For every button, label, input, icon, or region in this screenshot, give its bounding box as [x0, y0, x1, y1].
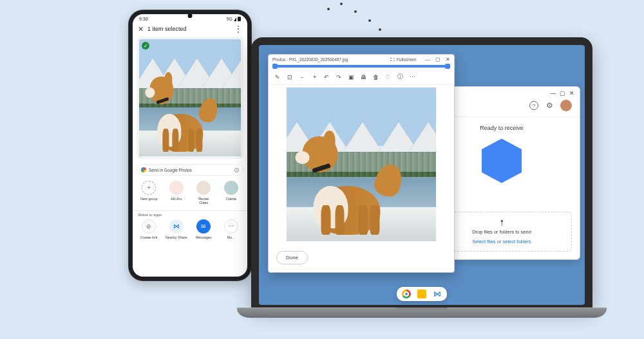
fullscreen-label: Fullscreen: [397, 57, 416, 62]
receive-status: Ready to receive: [480, 125, 524, 131]
app-create-link[interactable]: ⊘ Create link: [137, 219, 162, 239]
zoom-in-icon[interactable]: ＋: [310, 73, 318, 81]
app-label: Messages: [191, 235, 216, 239]
avatar: [169, 181, 184, 195]
more-apps-icon: ⋯: [224, 219, 238, 234]
fullscreen-button[interactable]: ⛶ Fullscreen: [390, 57, 416, 62]
android-phone: 9:30 5G ✕ 1 item selected ⋮ ✓: [129, 10, 251, 280]
close-button[interactable]: ✕: [446, 57, 450, 62]
selected-photo-container: ✓: [137, 37, 243, 159]
contact-item[interactable]: Odette: [219, 181, 244, 205]
photos-viewer-window: Photos - PXL_20220830_202506487.jpg ⛶ Fu…: [268, 54, 455, 273]
desktop: — ▢ ✕ ? ⚙ Ready to receive ⭱ Drop files …: [259, 45, 585, 305]
app-label: Nearby Share: [164, 235, 189, 239]
drop-zone-links: Select files or select folders: [439, 239, 565, 244]
contact-label: Odette: [219, 197, 244, 201]
minimize-button[interactable]: —: [425, 57, 430, 62]
app-label: Create link: [137, 235, 162, 239]
viewer-photo[interactable]: [287, 87, 436, 241]
close-icon[interactable]: ✕: [138, 25, 144, 33]
close-button[interactable]: ✕: [569, 90, 574, 96]
selection-title: 1 item selected: [147, 26, 231, 32]
photo-scrubber[interactable]: [274, 65, 449, 68]
avatar: [224, 181, 238, 195]
nearby-share-taskbar-icon[interactable]: ⋈: [433, 289, 442, 298]
drop-zone-label: Drop files or folders to send: [439, 229, 565, 235]
chrome-icon[interactable]: [402, 289, 411, 298]
send-in-photos-row[interactable]: Send in Google Photos i: [137, 164, 243, 176]
info-icon[interactable]: i: [234, 168, 239, 172]
contacts-row: + New group Aki Aro Renée Claes Odette: [133, 178, 247, 208]
minimize-button[interactable]: —: [550, 90, 556, 96]
selected-checkmark-icon: ✓: [142, 42, 149, 50]
contact-label: Renée Claes: [191, 197, 216, 205]
contact-label: Aki Aro: [164, 197, 189, 201]
edit-icon[interactable]: ✎: [274, 74, 281, 80]
avatar: [196, 181, 211, 195]
phone-camera: [188, 14, 193, 18]
photos-viewer-toolbar: ✎ ⊡ − ＋ ↶ ↷ ▣ 🖶 🗑 ♡ ⓘ ⋯: [269, 69, 454, 85]
messages-icon: ✉: [196, 219, 211, 234]
nearby-share-icon: ⋈: [169, 219, 184, 234]
select-folders-link[interactable]: select folders: [502, 239, 531, 244]
new-group-icon: +: [142, 181, 156, 195]
print-icon[interactable]: 🖶: [359, 74, 367, 80]
selected-photo[interactable]: ✓: [139, 39, 241, 156]
google-photos-icon: [141, 167, 146, 172]
divider: [133, 210, 247, 211]
files-icon[interactable]: [417, 289, 426, 298]
rotate-right-icon[interactable]: ↷: [335, 74, 343, 80]
status-time: 9:30: [139, 17, 148, 21]
app-messages[interactable]: ✉ Messages: [191, 219, 216, 239]
slideshow-icon[interactable]: ▣: [347, 74, 355, 80]
contact-item[interactable]: Aki Aro: [164, 181, 189, 205]
rotate-left-icon[interactable]: ↶: [323, 74, 330, 80]
send-in-photos-label: Send in Google Photos: [149, 168, 192, 172]
contact-label: New group: [137, 197, 162, 201]
app-label: Mo...: [219, 235, 244, 239]
delete-icon[interactable]: 🗑: [372, 74, 379, 80]
receive-animation: [478, 138, 525, 184]
help-icon[interactable]: ?: [529, 101, 538, 110]
link-icon: ⊘: [142, 219, 156, 234]
share-apps-row: ⊘ Create link ⋈ Nearby Share ✉ Messages …: [133, 217, 247, 239]
more-icon[interactable]: ⋮: [234, 24, 242, 33]
signal-icon: [234, 17, 236, 21]
contact-item[interactable]: Renée Claes: [191, 181, 216, 205]
or-text: or: [497, 239, 502, 244]
app-more[interactable]: ⋯ Mo...: [219, 219, 244, 239]
done-button[interactable]: Done: [276, 251, 308, 264]
gear-icon[interactable]: ⚙: [545, 101, 554, 110]
select-files-link[interactable]: Select files: [472, 239, 495, 244]
contact-new-group[interactable]: + New group: [137, 181, 162, 205]
laptop: — ▢ ✕ ? ⚙ Ready to receive ⭱ Drop files …: [251, 37, 592, 339]
maximize-button[interactable]: ▢: [435, 57, 440, 62]
status-network: 5G: [227, 17, 232, 21]
fullscreen-icon: ⛶: [390, 57, 395, 62]
app-nearby-share[interactable]: ⋈ Nearby Share: [164, 219, 189, 239]
maximize-button[interactable]: ▢: [560, 90, 565, 96]
favorite-icon[interactable]: ♡: [384, 74, 392, 80]
status-indicators: 5G: [227, 17, 241, 21]
upload-icon: ⭱: [439, 219, 565, 226]
more-icon[interactable]: ⋯: [408, 74, 416, 80]
laptop-base: [237, 307, 607, 318]
account-avatar[interactable]: [560, 100, 572, 111]
battery-icon: [238, 17, 241, 21]
taskbar: ⋈: [397, 287, 447, 301]
info-icon[interactable]: ⓘ: [396, 73, 404, 81]
zoom-out-icon[interactable]: −: [298, 74, 306, 80]
photos-viewer-titlebar: Photos - PXL_20220830_202506487.jpg ⛶ Fu…: [269, 55, 454, 65]
window-title: Photos - PXL_20220830_202506487.jpg: [272, 57, 348, 62]
phone-screen: 9:30 5G ✕ 1 item selected ⋮ ✓: [133, 14, 247, 277]
selection-header: ✕ 1 item selected ⋮: [133, 23, 247, 37]
crop-icon[interactable]: ⊡: [286, 74, 294, 80]
